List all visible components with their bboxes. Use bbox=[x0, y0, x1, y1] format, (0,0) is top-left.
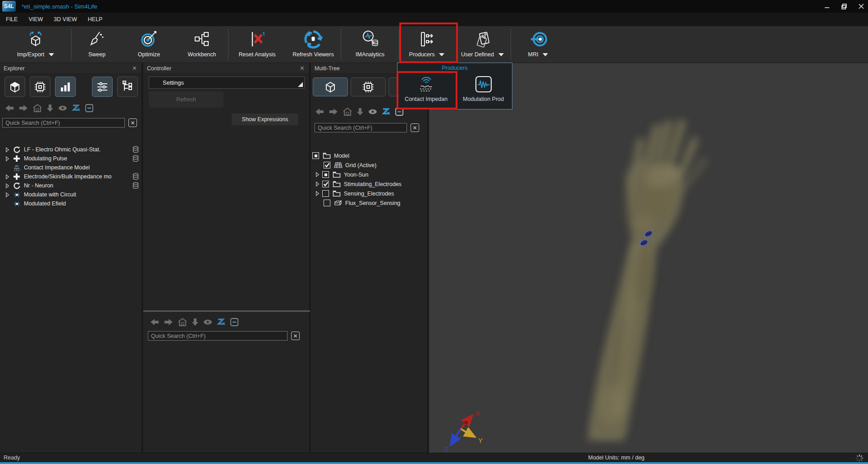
checkbox-minus-icon[interactable] bbox=[230, 318, 239, 327]
controller-search-input[interactable] bbox=[148, 331, 288, 341]
tree-row[interactable]: Modulate with Circuit bbox=[0, 190, 142, 199]
database-icon bbox=[132, 173, 139, 182]
tree-row[interactable]: Grid (Active) bbox=[311, 160, 428, 170]
home-icon[interactable] bbox=[343, 107, 352, 116]
tree-row[interactable]: Yoon-Sun bbox=[311, 170, 428, 179]
minimize-button[interactable] bbox=[822, 1, 832, 11]
checkbox-minus-icon[interactable] bbox=[85, 104, 94, 113]
toolbar-imanalytics-button[interactable]: IMAnalytics bbox=[341, 26, 399, 63]
menu-item-modulation-prod[interactable]: Modulation Prod bbox=[455, 73, 512, 109]
expand-arrow-icon[interactable] bbox=[315, 191, 320, 196]
checkbox-checked[interactable] bbox=[322, 181, 329, 187]
tree-item-label: Model bbox=[334, 153, 349, 159]
multitree-model-view-button[interactable] bbox=[313, 77, 348, 96]
toolbar-user-defined-button[interactable]: User Defined bbox=[454, 26, 511, 63]
checkbox-partial[interactable] bbox=[312, 152, 319, 159]
expand-arrow-icon[interactable] bbox=[5, 147, 9, 152]
expand-arrow-icon[interactable] bbox=[5, 156, 9, 161]
spark-icon bbox=[12, 200, 21, 207]
clear-search-icon[interactable]: ✕ bbox=[128, 118, 137, 127]
eye-icon[interactable] bbox=[203, 318, 213, 326]
explorer-simulation-view-button[interactable] bbox=[30, 77, 50, 97]
menu-item-contact-impedance[interactable]: Contact Impedan bbox=[397, 73, 455, 109]
clear-search-icon[interactable]: ✕ bbox=[291, 332, 300, 340]
checkbox-partial[interactable] bbox=[322, 171, 329, 178]
tree-row[interactable]: Contact Impedance Model bbox=[0, 163, 142, 172]
refresh-button[interactable]: Refresh bbox=[149, 91, 224, 108]
close-icon[interactable]: ✕ bbox=[299, 65, 306, 72]
controller-title: Controller bbox=[147, 65, 171, 72]
checkbox-unchecked[interactable] bbox=[322, 190, 329, 197]
simulation-loop-icon bbox=[12, 182, 21, 189]
expand-arrow-icon[interactable] bbox=[5, 192, 9, 197]
controller-nav-toolbar bbox=[150, 318, 239, 327]
show-expressions-button[interactable]: Show Expressions bbox=[232, 114, 298, 125]
expand-arrow-icon[interactable] bbox=[5, 183, 9, 188]
close-button[interactable] bbox=[856, 1, 866, 11]
toolbar-refresh-viewers-button[interactable]: Refresh Viewers bbox=[286, 26, 341, 63]
explorer-hierarchy-button[interactable] bbox=[117, 77, 138, 97]
explorer-model-view-button[interactable] bbox=[5, 77, 25, 97]
menu-help[interactable]: HELP bbox=[82, 13, 108, 26]
viewport-3d[interactable]: X Y Z bbox=[429, 63, 868, 453]
zoom-z-icon[interactable] bbox=[382, 107, 391, 116]
expand-arrow-icon[interactable] bbox=[315, 172, 320, 177]
eye-icon[interactable] bbox=[58, 105, 68, 112]
toolbar-workbench-button[interactable]: Workbench bbox=[176, 26, 228, 63]
simulation-loop-icon bbox=[12, 146, 21, 153]
tree-row[interactable]: Stimulating_Electrodes bbox=[311, 179, 428, 189]
toolbar-sweep-button[interactable]: Sweep bbox=[72, 26, 122, 63]
down-arrow-icon[interactable] bbox=[46, 104, 54, 113]
toolbar-mri-button[interactable]: MRI bbox=[511, 26, 565, 63]
controller-panel: Controller ✕ Settings Refresh Show Expre… bbox=[143, 63, 310, 453]
zoom-z-icon[interactable] bbox=[72, 104, 81, 113]
menu-3d-view[interactable]: 3D VIEW bbox=[48, 13, 82, 26]
tree-row[interactable]: Model bbox=[311, 151, 428, 160]
toolbar-imp-export-button[interactable]: Imp/Export bbox=[0, 26, 71, 63]
axis-x-label: X bbox=[475, 409, 480, 417]
chevron-down-icon[interactable] bbox=[543, 53, 548, 56]
checkbox-checked[interactable] bbox=[324, 162, 330, 168]
close-icon[interactable]: ✕ bbox=[131, 65, 138, 72]
eye-icon[interactable] bbox=[368, 108, 378, 115]
clear-search-icon[interactable]: ✕ bbox=[411, 123, 419, 132]
multitree-search-input[interactable] bbox=[315, 123, 407, 132]
forward-arrow-icon[interactable] bbox=[329, 108, 338, 116]
explorer-properties-button[interactable] bbox=[92, 77, 113, 97]
checkbox-unchecked[interactable] bbox=[324, 200, 330, 206]
tree-row[interactable]: LF - Electro Ohmic Quasi-Stat. bbox=[0, 145, 142, 154]
multitree-simulation-view-button[interactable] bbox=[351, 77, 386, 96]
chevron-down-icon[interactable] bbox=[498, 53, 504, 56]
expand-arrow-icon[interactable] bbox=[5, 174, 9, 179]
maximize-button[interactable] bbox=[839, 1, 849, 11]
forward-arrow-icon[interactable] bbox=[18, 104, 28, 112]
home-icon[interactable] bbox=[32, 104, 42, 113]
forward-arrow-icon[interactable] bbox=[164, 318, 174, 326]
chevron-down-icon[interactable] bbox=[439, 53, 444, 56]
back-arrow-icon[interactable] bbox=[5, 104, 14, 112]
tree-row[interactable]: Flux_Sensor_Sensing bbox=[311, 198, 428, 208]
tree-row[interactable]: Modulated Efield bbox=[0, 199, 142, 208]
menu-file[interactable]: FILE bbox=[0, 13, 23, 26]
zoom-z-icon[interactable] bbox=[217, 318, 226, 327]
expand-arrow-icon[interactable] bbox=[315, 182, 320, 187]
menu-view[interactable]: VIEW bbox=[23, 13, 48, 26]
tree-row[interactable]: Nr - Neuron bbox=[0, 181, 142, 190]
tree-row[interactable]: Sensing_Electrodes bbox=[311, 189, 428, 198]
toolbar-producers-button[interactable]: Producers bbox=[399, 26, 454, 63]
down-arrow-icon[interactable] bbox=[356, 107, 364, 116]
tree-row[interactable]: Modulating Pulse bbox=[0, 154, 142, 163]
chevron-down-icon[interactable] bbox=[49, 53, 54, 56]
settings-section-header[interactable]: Settings bbox=[149, 77, 305, 89]
explorer-search-input[interactable] bbox=[2, 118, 125, 127]
down-arrow-icon[interactable] bbox=[192, 318, 199, 327]
back-arrow-icon[interactable] bbox=[150, 318, 160, 326]
back-arrow-icon[interactable] bbox=[315, 108, 324, 116]
explorer-analysis-view-button[interactable] bbox=[55, 77, 76, 97]
multitree-panel: Multi-Tree ✕ bbox=[311, 63, 428, 453]
home-icon[interactable] bbox=[178, 318, 187, 327]
toolbar-reset-analysis-button[interactable]: Reset Analysis bbox=[228, 26, 286, 63]
toolbar-optimize-button[interactable]: Optimize bbox=[122, 26, 176, 63]
horizontal-splitter[interactable] bbox=[143, 310, 310, 312]
tree-row[interactable]: Electrode/Skin/Bulk Impedance mo bbox=[0, 172, 142, 181]
